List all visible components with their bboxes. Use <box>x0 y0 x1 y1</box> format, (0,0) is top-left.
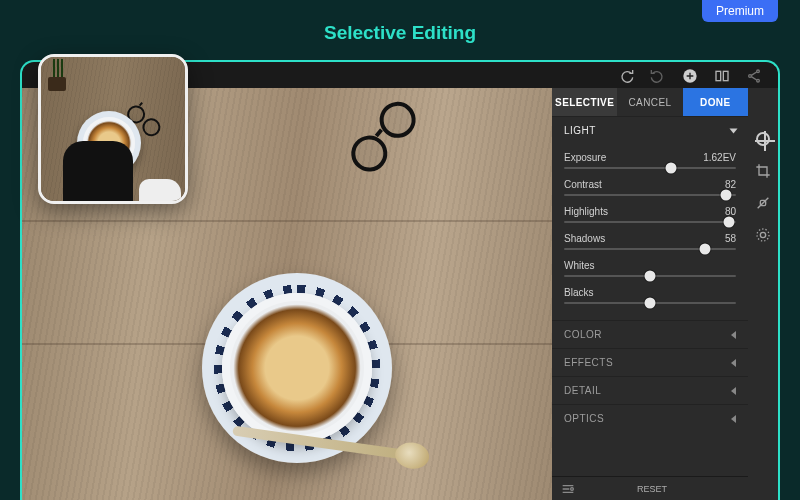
chevron-down-icon <box>730 128 738 133</box>
redo-icon[interactable] <box>618 68 634 84</box>
tab-selective[interactable]: SELECTIVE <box>552 88 617 116</box>
panel-footer: RESET <box>552 476 748 500</box>
premium-badge: Premium <box>702 0 778 22</box>
undo-icon[interactable] <box>650 68 666 84</box>
slider-contrast[interactable]: Contrast82 <box>564 179 736 196</box>
svg-point-9 <box>757 229 769 241</box>
before-thumbnail <box>38 54 188 204</box>
slider-blacks[interactable]: Blacks <box>564 287 736 304</box>
section-detail-label: DETAIL <box>564 385 601 396</box>
svg-point-6 <box>571 487 574 490</box>
light-sliders: Exposure1.62EV Contrast82 Highlights80 S… <box>552 144 748 320</box>
section-detail[interactable]: DETAIL <box>552 376 748 404</box>
heal-tool-icon[interactable] <box>754 194 772 212</box>
section-light[interactable]: LIGHT <box>552 116 748 144</box>
chevron-left-icon <box>731 415 736 423</box>
add-icon[interactable] <box>682 68 698 84</box>
adjustments-panel: SELECTIVE CANCEL DONE LIGHT Exposure1.62… <box>552 88 748 500</box>
share-icon[interactable] <box>746 68 762 84</box>
section-effects[interactable]: EFFECTS <box>552 348 748 376</box>
cancel-button[interactable]: CANCEL <box>617 88 682 116</box>
radial-tool-icon[interactable] <box>754 226 772 244</box>
presets-icon[interactable] <box>559 480 577 498</box>
slider-shadows[interactable]: Shadows58 <box>564 233 736 250</box>
svg-point-8 <box>760 232 765 237</box>
crop-tool-icon[interactable] <box>754 162 772 180</box>
svg-rect-2 <box>723 71 728 80</box>
slider-exposure[interactable]: Exposure1.62EV <box>564 152 736 169</box>
slider-highlights[interactable]: Highlights80 <box>564 206 736 223</box>
chevron-left-icon <box>731 387 736 395</box>
page-title: Selective Editing <box>0 22 800 44</box>
section-optics-label: OPTICS <box>564 413 604 424</box>
reset-button[interactable]: RESET <box>637 484 667 494</box>
chevron-left-icon <box>731 331 736 339</box>
svg-rect-1 <box>716 71 721 80</box>
chevron-left-icon <box>731 359 736 367</box>
right-toolbar <box>748 88 778 500</box>
selective-tool-icon[interactable] <box>754 130 772 148</box>
section-color-label: COLOR <box>564 329 602 340</box>
section-color[interactable]: COLOR <box>552 320 748 348</box>
svg-point-4 <box>749 75 752 78</box>
subject-cup <box>222 293 372 443</box>
section-effects-label: EFFECTS <box>564 357 613 368</box>
svg-point-5 <box>757 79 760 82</box>
done-button[interactable]: DONE <box>683 88 748 116</box>
svg-point-3 <box>757 70 760 73</box>
slider-whites[interactable]: Whites <box>564 260 736 277</box>
section-light-label: LIGHT <box>564 125 596 136</box>
compare-icon[interactable] <box>714 68 730 84</box>
section-optics[interactable]: OPTICS <box>552 404 748 432</box>
